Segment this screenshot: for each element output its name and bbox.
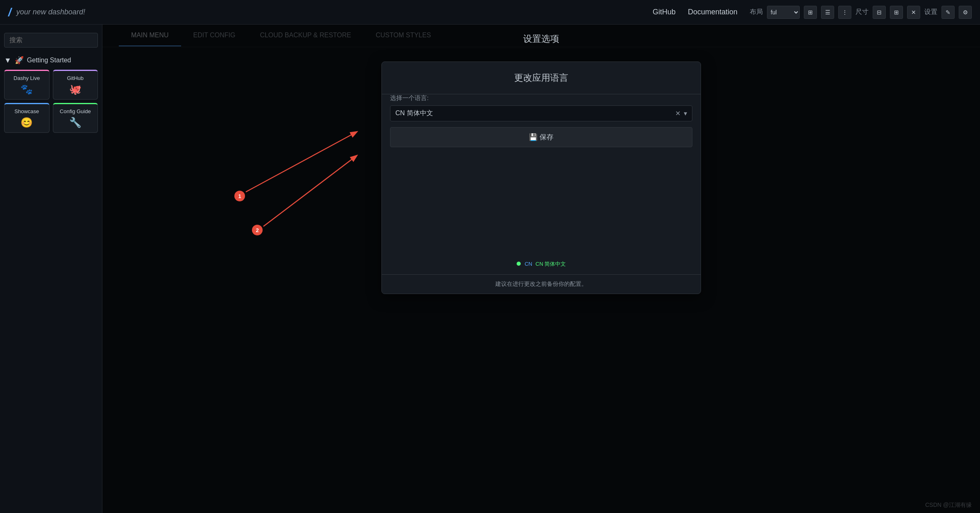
size-decrease-icon[interactable]: ⊟ [873, 6, 886, 19]
config-guide-label: Config Guide [60, 108, 91, 114]
lang-label: 选择一个语言: [390, 94, 692, 102]
dashboard-subtitle: your new dashboard! [16, 8, 85, 16]
lang-select-row[interactable]: CN 简体中文 ✕ ▾ [390, 105, 692, 121]
sidebar-section-getting-started: ▼ 🚀 Getting Started Dashy Live 🐾 GitHub … [4, 56, 98, 133]
size-reset-icon[interactable]: ✕ [907, 6, 920, 19]
layout-select[interactable]: ful [767, 6, 800, 19]
github-link[interactable]: GitHub [653, 8, 676, 16]
github-card-label: GitHub [67, 75, 84, 81]
top-bar-right: GitHub Documentation 布局 ful ⊞ ☰ ⋮ 尺寸 ⊟ ⊞… [653, 6, 972, 19]
lang-dropdown-icon[interactable]: ▾ [684, 109, 687, 117]
section-icon: ▼ [4, 56, 11, 65]
github-card-icon: 🐙 [69, 84, 82, 95]
docs-link[interactable]: Documentation [688, 8, 737, 16]
sidebar-card-dashy-live[interactable]: Dashy Live 🐾 [4, 70, 50, 100]
main-content: MAIN MENU EDIT CONFIG CLOUD BACKUP & RES… [102, 25, 980, 513]
settings-edit-icon[interactable]: ✎ [941, 6, 955, 19]
size-increase-icon[interactable]: ⊞ [890, 6, 903, 19]
size-label: 尺寸 [855, 8, 869, 16]
logo: / [8, 6, 11, 19]
showcase-label: Showcase [14, 108, 39, 114]
lang-current-dot [517, 262, 521, 266]
lang-flag: CN [524, 261, 532, 267]
sidebar-grid: Dashy Live 🐾 GitHub 🐙 Showcase 😊 Config … [4, 70, 98, 133]
dashy-live-label: Dashy Live [14, 75, 40, 81]
settings-overlay: 设置选项 更改应用语言 选择一个语言: CN 简体中文 ✕ ▾ 💾 保存 [102, 25, 980, 513]
layout-list-icon[interactable]: ☰ [821, 6, 834, 19]
settings-label: 设置 [924, 8, 937, 16]
annotation-circle-2: 2 [252, 225, 263, 235]
sidebar-card-showcase[interactable]: Showcase 😊 [4, 103, 50, 133]
lang-empty-area: CN CN 简体中文 [382, 151, 701, 274]
lang-selected-value: CN 简体中文 [395, 109, 675, 118]
section-label: Getting Started [27, 57, 71, 64]
top-bar: / your new dashboard! GitHub Documentati… [0, 0, 980, 25]
layout-label: 布局 [750, 8, 763, 16]
sidebar-card-github[interactable]: GitHub 🐙 [53, 70, 98, 100]
layout-compact-icon[interactable]: ⋮ [838, 6, 851, 19]
sidebar-card-config-guide[interactable]: Config Guide 🔧 [53, 103, 98, 133]
settings-gear-icon[interactable]: ⚙ [959, 6, 972, 19]
lang-clear-icon[interactable]: ✕ [675, 109, 681, 117]
lang-select-controls: ✕ ▾ [675, 109, 687, 117]
settings-footer: 建议在进行更改之前备份你的配置。 [382, 274, 701, 294]
settings-panel: 更改应用语言 选择一个语言: CN 简体中文 ✕ ▾ 💾 保存 C [381, 62, 701, 294]
top-bar-controls: 布局 ful ⊞ ☰ ⋮ 尺寸 ⊟ ⊞ ✕ 设置 ✎ ⚙ [750, 6, 972, 19]
config-guide-icon: 🔧 [69, 117, 82, 128]
rocket-icon: 🚀 [15, 56, 24, 65]
sidebar-section-header[interactable]: ▼ 🚀 Getting Started [4, 56, 98, 65]
settings-panel-title: 设置选项 [523, 33, 559, 45]
sidebar: ▼ 🚀 Getting Started Dashy Live 🐾 GitHub … [0, 25, 102, 513]
layout-grid-icon[interactable]: ⊞ [804, 6, 817, 19]
showcase-icon: 😊 [20, 117, 33, 128]
search-input[interactable] [4, 33, 98, 48]
lang-current-label: CN 简体中文 [535, 261, 566, 267]
lang-save-button[interactable]: 💾 保存 [390, 127, 692, 147]
dashy-live-icon: 🐾 [20, 84, 33, 95]
top-bar-left: / your new dashboard! [8, 6, 85, 19]
settings-panel-header: 更改应用语言 [382, 62, 701, 94]
annotation-circle-1: 1 [234, 191, 245, 201]
lang-current-status: CN CN 简体中文 [382, 260, 701, 268]
